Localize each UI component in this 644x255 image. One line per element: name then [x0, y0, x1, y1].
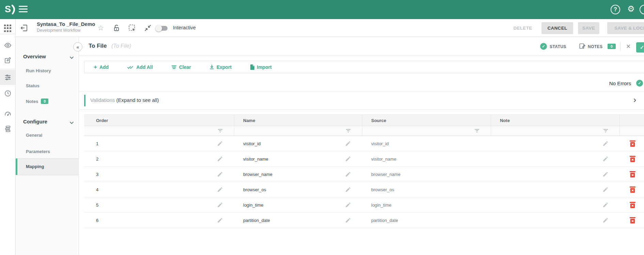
gauge-icon[interactable]	[4, 110, 12, 117]
app-window: { "colors": { "topbar": "#2F8C6E", "acce…	[0, 0, 644, 255]
edit-pencil-icon[interactable]	[217, 186, 223, 193]
column-header-note[interactable]: Note	[491, 115, 620, 126]
filter-icon[interactable]	[603, 129, 608, 133]
chevron-down-icon[interactable]	[69, 56, 74, 59]
source-value: browser_name	[371, 172, 400, 177]
delete-row-icon[interactable]	[629, 171, 636, 178]
sidebar-section-configure[interactable]: Configure	[23, 119, 47, 124]
column-header-actions	[620, 115, 644, 126]
edit-pencil-icon[interactable]	[217, 156, 223, 162]
column-header-order[interactable]: Order	[84, 115, 234, 126]
sidebar-item-notes[interactable]: Notes0	[26, 99, 48, 104]
edit-pencil-icon[interactable]	[602, 156, 609, 162]
edit-pencil-icon[interactable]	[345, 186, 351, 193]
close-panel-icon[interactable]: ✕	[626, 43, 631, 50]
rail-divider	[0, 34, 16, 34]
account-icon[interactable]	[640, 5, 644, 14]
order-value: 4	[96, 187, 98, 192]
interactive-toggle-label: Interactive	[173, 25, 196, 30]
sidebar-item-mapping-selected[interactable]: Mapping	[16, 158, 79, 175]
table-filter-row	[84, 126, 644, 136]
table-row: 1 visitor_id visitor_id	[84, 136, 644, 151]
preview-eye-icon[interactable]	[4, 42, 12, 49]
favorite-star-icon[interactable]: ☆	[97, 24, 105, 32]
import-button[interactable]: Import	[241, 64, 281, 70]
status-label[interactable]: STATUS	[550, 44, 566, 49]
edit-pencil-icon[interactable]	[602, 217, 609, 223]
delete-button[interactable]: DELETE	[509, 22, 536, 34]
sidebar-item-general[interactable]: General	[26, 133, 42, 138]
filter-icon[interactable]	[474, 129, 480, 133]
chevron-right-icon[interactable]: ›	[633, 95, 636, 105]
mapping-actions-bar: + Add Add All Clear Export Import	[84, 61, 644, 73]
double-check-icon	[127, 65, 134, 70]
edit-pencil-icon[interactable]	[217, 171, 223, 177]
edit-pencil-icon[interactable]	[217, 217, 223, 223]
edit-pencil-icon[interactable]	[217, 202, 223, 208]
chevron-down-icon[interactable]	[69, 121, 74, 124]
clear-lines-icon	[171, 65, 177, 69]
notes-label[interactable]: NOTES	[588, 44, 602, 49]
order-value: 2	[96, 156, 98, 162]
source-value: visitor_name	[371, 156, 396, 162]
toggle-knob	[155, 25, 162, 32]
edit-pencil-icon[interactable]	[345, 202, 351, 208]
export-button[interactable]: Export	[200, 64, 241, 70]
clear-button[interactable]: Clear	[162, 64, 200, 70]
table-row: 4 browser_os browser_os	[84, 182, 644, 197]
notes-doc-icon[interactable]	[579, 43, 585, 51]
workflow-pipeline-icon[interactable]	[4, 74, 12, 81]
filter-icon[interactable]	[218, 129, 223, 133]
rail-divider	[0, 69, 16, 69]
workflow-name: Syntasa_To _File_Demo	[37, 21, 95, 27]
collapse-panel-button[interactable]: «	[73, 42, 82, 51]
edit-pencil-icon[interactable]	[602, 202, 609, 208]
interactive-toggle[interactable]	[156, 26, 168, 31]
edit-pencil-icon[interactable]	[345, 156, 351, 162]
sidebar-item-parameters[interactable]: Parameters	[26, 149, 50, 154]
logo-mark-icon	[11, 4, 17, 15]
edit-pencil-icon[interactable]	[345, 217, 351, 223]
settings-gear-icon[interactable]: ⚙	[627, 4, 635, 14]
add-all-button[interactable]: Add All	[118, 64, 162, 70]
edit-pencil-icon[interactable]	[602, 171, 609, 177]
table-row: 2 visitor_name visitor_name	[84, 151, 644, 167]
collapse-arrows-icon[interactable]	[144, 24, 152, 32]
marquee-select-icon[interactable]	[128, 24, 136, 32]
edit-pencil-icon[interactable]	[602, 140, 609, 147]
column-header-source[interactable]: Source	[362, 115, 491, 126]
save-and-lock-button[interactable]: SAVE & LOCK	[607, 22, 644, 34]
app-grid-icon[interactable]	[4, 25, 12, 32]
delete-row-icon[interactable]	[629, 186, 636, 193]
edit-pencil-icon[interactable]	[217, 140, 223, 147]
validations-expander[interactable]: Validations (Expand to see all) ›	[79, 91, 644, 110]
help-icon[interactable]: ?	[611, 5, 620, 14]
lock-open-icon[interactable]	[112, 24, 121, 32]
back-to-list-icon[interactable]	[20, 24, 28, 32]
layers-stack-icon[interactable]	[4, 125, 12, 133]
apply-check-button[interactable]: ✓	[636, 42, 644, 52]
sidebar-item-status[interactable]: Status	[26, 83, 40, 88]
panel-title: To File	[89, 43, 107, 49]
delete-row-icon[interactable]	[629, 201, 636, 208]
syntasa-logo: S	[5, 4, 17, 15]
edit-compose-icon[interactable]	[4, 56, 12, 64]
delete-row-icon[interactable]	[629, 140, 636, 147]
delete-row-icon[interactable]	[629, 217, 636, 224]
history-clock-icon[interactable]	[4, 90, 12, 97]
hamburger-menu-icon[interactable]	[19, 6, 28, 13]
column-header-name[interactable]: Name	[234, 115, 362, 126]
delete-row-icon[interactable]	[629, 155, 636, 162]
edit-pencil-icon[interactable]	[345, 140, 351, 147]
add-button[interactable]: + Add	[84, 64, 118, 71]
edit-pencil-icon[interactable]	[602, 186, 609, 193]
edit-pencil-icon[interactable]	[345, 171, 351, 177]
save-button[interactable]: SAVE	[578, 22, 599, 34]
cancel-button[interactable]: CANCEL	[541, 22, 573, 34]
table-row: 6 partition_date partition_date	[84, 213, 644, 228]
panel-subtitle: (To File)	[111, 43, 131, 49]
filter-icon[interactable]	[346, 129, 351, 133]
sidebar-section-overview[interactable]: Overview	[23, 54, 46, 59]
status-check-icon[interactable]: ✓	[540, 43, 547, 50]
sidebar-item-run-history[interactable]: Run History	[26, 68, 51, 73]
